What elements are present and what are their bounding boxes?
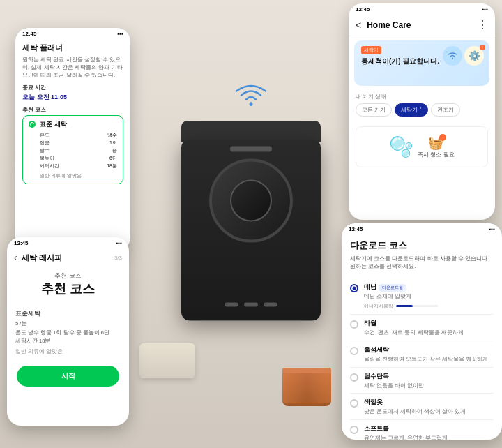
spin-title: 탈수단독 bbox=[364, 372, 494, 381]
washer-display bbox=[181, 82, 321, 320]
recipe-counter: 3/3 bbox=[62, 255, 122, 261]
spin-value: 중 bbox=[112, 147, 117, 154]
tab-all-devices[interactable]: 모든 기기 bbox=[356, 103, 392, 117]
item-spin: 탈수단독 세탁 없음을 바이 없이만 bbox=[364, 372, 494, 389]
tab-washer[interactable]: 세탁기 ˅ bbox=[395, 103, 428, 117]
item-color: 색깔옷 낮은 온도에서 세탁하여 색상이 살아 있게 bbox=[364, 398, 494, 415]
my-device-label: 내 기기 상태 bbox=[356, 93, 488, 100]
homecare-banner: 세탁기 통세척이(가) 필요합니다. ⚙️ ! bbox=[354, 40, 489, 86]
time-value: 18분 bbox=[107, 163, 117, 170]
recipe-detail-row: 온도 냉수 헹굼 1회 탈수 중 물높이 6단 bbox=[15, 329, 121, 337]
wool-title: 울섬세탁 bbox=[364, 345, 494, 354]
end-time-label: 종료 시간 bbox=[22, 84, 123, 91]
towel-title: 타월 bbox=[364, 319, 494, 328]
towel-desc: 수건, 팬츠, 재트 등의 세탁물을 깨끗하게 bbox=[364, 329, 494, 336]
homecare-more-icon[interactable]: ⋮ bbox=[477, 18, 488, 31]
clean-text: 즉시 청소 필요 bbox=[418, 151, 454, 158]
radio-wool[interactable] bbox=[350, 347, 358, 355]
list-item[interactable]: 울섬세탁 울림을 친행하여 오트도가 작은 세탁물을 깨끗하게 bbox=[350, 341, 494, 368]
course-type-label: 추천 코스 bbox=[14, 271, 122, 281]
washer-body bbox=[181, 139, 321, 320]
download-title: 다운로드 코스 bbox=[350, 239, 494, 252]
homecare-back-icon[interactable]: < bbox=[356, 20, 361, 31]
spin-desc: 세탁 없음을 바이 없이만 bbox=[364, 382, 494, 389]
time-download: 12:45 bbox=[349, 226, 363, 232]
spin-label: 탈수 bbox=[40, 147, 50, 154]
time-recipe: 12:45 bbox=[14, 240, 28, 246]
list-item[interactable]: 소프트볼 유연제는 고르게, 유연한 부드럽게 bbox=[350, 420, 494, 440]
list-item[interactable]: 탈수단독 세탁 없음을 바이 없이만 bbox=[350, 368, 494, 394]
planner-title: 세탁 플래너 bbox=[22, 43, 123, 53]
recommend-label: 추천 코스 bbox=[22, 106, 123, 114]
status-bar-download: 12:45 ▪▪▪ bbox=[342, 223, 502, 234]
denim-desc: 데님 소재에 알맞게 bbox=[364, 293, 494, 300]
clean-warning: 🧺 ! bbox=[428, 135, 443, 151]
radio-towel[interactable] bbox=[350, 320, 358, 329]
course-box: 표준 세탁 온도 냉수 헹굼 1회 탈수 중 물높이 6단 bbox=[22, 115, 123, 184]
soft-title: 소프트볼 bbox=[364, 424, 494, 433]
soft-desc: 유연제는 고르게, 유연한 부드럽게 bbox=[364, 435, 494, 440]
banner-icon-settings: ⚙️ ! bbox=[464, 46, 484, 66]
wool-desc: 울림을 친행하여 오트도가 작은 세탁물을 깨끗하게 bbox=[364, 356, 494, 363]
homecare-header: < Home Care ⋮ bbox=[349, 14, 495, 36]
device-tabs: 모든 기기 세탁기 ˅ 건조기 bbox=[356, 103, 488, 117]
download-list: 데님 다운로드됨 데님 소재에 알맞게 에너지사용량 타월 수건, 팬츠, 재트… bbox=[342, 278, 502, 440]
signal-homecare: ▪▪▪ bbox=[482, 6, 488, 13]
color-title: 색깔옷 bbox=[364, 398, 494, 407]
recipe-time-row: 세탁시간 18분 bbox=[15, 337, 121, 345]
status-bar-planner: 12:45 ▪▪▪ bbox=[15, 28, 130, 38]
svg-point-1 bbox=[452, 58, 453, 59]
blanket-item bbox=[139, 343, 195, 378]
energy-label: 에너지사용량 bbox=[364, 303, 393, 310]
radio-soft[interactable] bbox=[350, 426, 358, 434]
time-label: 세탁시간 bbox=[40, 163, 59, 170]
course-details: 온도 냉수 헹굼 1회 탈수 중 물높이 6단 세탁시간 18분 bbox=[40, 132, 117, 170]
phone-download: 12:45 ▪▪▪ 다운로드 코스 세탁기에 코스를 다운로드하며 바로 사용할… bbox=[342, 223, 502, 440]
radio-denim[interactable] bbox=[350, 284, 358, 292]
start-button[interactable]: 시작 bbox=[17, 366, 119, 387]
color-desc: 낮은 온도에서 세탁하여 색상이 살아 있게 bbox=[364, 408, 494, 415]
list-item[interactable]: 데님 다운로드됨 데님 소재에 알맞게 에너지사용량 bbox=[350, 278, 494, 315]
phone-planner: 12:45 ▪▪▪ 세탁 플래너 원하는 세탁 완료 시간을 설정할 수 있으며… bbox=[15, 28, 130, 251]
recipe-main: 추천 코스 추천 코스 bbox=[7, 267, 129, 304]
recipe-note: 일반 의류에 알맞은 bbox=[15, 348, 121, 356]
radio-standard[interactable] bbox=[29, 121, 36, 128]
item-soft: 소프트볼 유연제는 고르게, 유연한 부드럽게 bbox=[364, 424, 494, 440]
laundry-basket bbox=[282, 368, 331, 406]
temp-label: 온도 bbox=[40, 132, 50, 139]
phone-recipe: 12:45 ▪▪▪ ‹ 세탁 레시피 3/3 추천 코스 추천 코스 표준세탁 … bbox=[7, 237, 129, 426]
banner-tag: 세탁기 bbox=[361, 46, 381, 54]
banner-icon-wifi bbox=[443, 46, 462, 66]
recipe-course-sub: 표준세탁 bbox=[15, 308, 121, 318]
course-name: 표준 세탁 bbox=[40, 120, 67, 129]
recipe-course-main: 추천 코스 bbox=[14, 282, 122, 297]
end-time-value: 오늘 오전 11:05 bbox=[22, 93, 123, 102]
water-label: 물높이 bbox=[40, 155, 54, 162]
recipe-time: 57분 bbox=[15, 320, 121, 329]
rinse-label: 헹굼 bbox=[40, 140, 50, 147]
item-wool: 울섬세탁 울림을 친행하여 오트도가 작은 세탁물을 깨끗하게 bbox=[364, 345, 494, 363]
download-desc: 세탁기에 코스를 다운로드하며 바로 사용할 수 있습니다. 원하는 코스를 선… bbox=[350, 255, 494, 270]
homecare-title: Home Care bbox=[367, 20, 477, 30]
banner-icons: ⚙️ ! bbox=[443, 46, 484, 66]
download-header: 다운로드 코스 세탁기에 코스를 다운로드하며 바로 사용할 수 있습니다. 원… bbox=[342, 234, 502, 278]
item-towel: 타월 수건, 팬츠, 재트 등의 세탁물을 깨끗하게 bbox=[364, 319, 494, 336]
tab-dryer[interactable]: 건조기 bbox=[431, 103, 460, 117]
svg-point-0 bbox=[250, 103, 253, 106]
recipe-details-section: 표준세탁 57분 온도 냉수 헹굼 1회 탈수 중 물높이 6단 세탁시간 18… bbox=[7, 304, 129, 360]
list-item[interactable]: 타월 수건, 팬츠, 재트 등의 세탁물을 깨끗하게 bbox=[350, 315, 494, 341]
recipe-back-icon[interactable]: ‹ bbox=[14, 252, 17, 263]
radio-color[interactable] bbox=[350, 399, 358, 408]
planner-note: 일반 의류에 알맞은 bbox=[40, 172, 117, 179]
recipe-header: ‹ 세탁 레시피 3/3 bbox=[7, 248, 129, 267]
radio-spin[interactable] bbox=[350, 373, 358, 382]
signal-planner: ▪▪▪ bbox=[117, 31, 123, 37]
water-value: 6단 bbox=[109, 155, 117, 162]
list-item[interactable]: 색깔옷 낮은 온도에서 세탁하여 색상이 살아 있게 bbox=[350, 394, 494, 420]
phone-homecare: 12:45 ▪▪▪ < Home Care ⋮ 세탁기 통세척이(가) 필요합니… bbox=[349, 3, 495, 220]
signal-download: ▪▪▪ bbox=[489, 226, 495, 232]
denim-title: 데님 bbox=[364, 283, 376, 292]
status-bar-homecare: 12:45 ▪▪▪ bbox=[349, 3, 495, 14]
download-badge: 다운로드됨 bbox=[379, 284, 406, 292]
time-planner: 12:45 bbox=[22, 31, 36, 37]
